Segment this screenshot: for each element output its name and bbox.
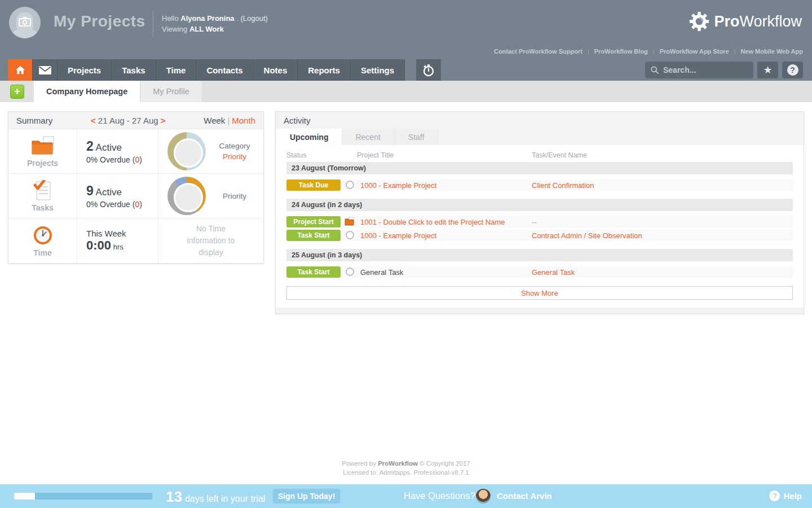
tasks-priority-donut[interactable] [167, 177, 206, 215]
time-clock-icon [32, 224, 54, 247]
nav-tab-settings[interactable]: Settings [351, 59, 405, 81]
summary-row-projects: Projects 2 Active 0% Overdue (0) Categor… [8, 129, 263, 174]
nav-tab-notes[interactable]: Notes [254, 59, 298, 81]
logout-link[interactable]: (Logout) [240, 14, 267, 23]
projects-folder-icon [30, 135, 56, 157]
logo-text-bold: Pro [714, 13, 739, 30]
favorites-button[interactable]: ★ [757, 62, 778, 78]
activity-row: Task Due 1000 - Example Project Client C… [286, 179, 793, 191]
search-input[interactable] [663, 65, 748, 75]
nav-tab-tasks[interactable]: Tasks [112, 59, 156, 81]
task-empty-value: -- [532, 218, 537, 226]
activity-row: Project Start 1001 - Double Click to edi… [286, 216, 793, 227]
search-icon [651, 65, 659, 75]
nav-tab-timer[interactable] [416, 59, 441, 81]
task-link[interactable]: General Task [532, 268, 575, 277]
nav-tab-time[interactable]: Time [156, 59, 197, 81]
user-avatar[interactable] [9, 7, 41, 38]
activity-date-bar: 23 August (Tomorrow) [286, 162, 793, 174]
week-toggle[interactable]: Week [204, 116, 225, 125]
home-icon [15, 65, 26, 75]
proworkflow-gear-icon [689, 11, 709, 32]
task-link[interactable]: Contract Admin / Site Observation [532, 231, 642, 240]
status-badge-task-due[interactable]: Task Due [286, 179, 341, 191]
time-label: Time [33, 248, 51, 257]
tab-recent[interactable]: Recent [342, 129, 394, 145]
search-box[interactable] [645, 62, 753, 78]
activity-tabs: Upcoming Recent Staff [276, 129, 804, 145]
stopwatch-icon [422, 63, 435, 77]
project-link[interactable]: 1000 - Example Project [360, 231, 436, 240]
date-prev-button[interactable]: < [91, 116, 96, 125]
date-range-nav: < 21 Aug - 27 Aug > [91, 116, 166, 125]
plus-icon: + [14, 86, 20, 97]
nav-tab-projects[interactable]: Projects [58, 59, 112, 81]
date-next-button[interactable]: > [161, 116, 166, 125]
week-month-toggle: Week|Month [204, 116, 255, 125]
tasks-chart-cell: Priority [158, 174, 263, 218]
greeting-dot: . [236, 14, 239, 23]
projects-icon-cell[interactable]: Projects [8, 129, 77, 173]
time-period: This Week [86, 229, 158, 238]
project-plain-text: General Task [360, 268, 403, 277]
signup-button[interactable]: Sign Up Today! [273, 489, 340, 503]
header-links: Contact ProWorkflow Support|ProWorkflow … [494, 48, 803, 55]
trial-progress-bar[interactable] [14, 493, 152, 500]
link-contact-support[interactable]: Contact ProWorkflow Support [494, 48, 582, 55]
priority-chart-link[interactable]: Priority [206, 151, 263, 162]
summary-body: Projects 2 Active 0% Overdue (0) Categor… [8, 129, 263, 263]
task-link[interactable]: Client Confirmation [532, 181, 594, 190]
greeting-hello: Hello [162, 14, 179, 23]
projects-category-donut[interactable] [167, 132, 206, 170]
footer-brand: ProWorkflow [378, 460, 418, 467]
status-circle-icon [346, 231, 354, 239]
navbar-right-controls: ★ ? [645, 62, 803, 78]
status-badge-project-start[interactable]: Project Start [286, 216, 341, 227]
nav-tab-reports[interactable]: Reports [298, 59, 351, 81]
category-chart-label: Category [206, 141, 263, 151]
activity-title: Activity [284, 116, 311, 125]
summary-row-time: Time This Week 0:00 hrs No Time informat… [8, 218, 263, 263]
tab-company-homepage[interactable]: Company Homepage [34, 81, 140, 102]
projects-chart-cell: Category Priority [158, 129, 263, 173]
greeting-block: Hello Alyona Pronina . (Logout) Viewing … [162, 13, 268, 34]
help-button[interactable]: ? [782, 62, 803, 78]
help-circle-icon: ? [769, 491, 780, 501]
viewing-value: ALL Work [189, 25, 224, 33]
logo-text-light: Workflow [739, 13, 802, 30]
trial-progress-fill [14, 493, 35, 500]
link-blog[interactable]: ProWorkflow Blog [594, 48, 648, 55]
link-mobile-web-app[interactable]: New Mobile Web App [740, 48, 803, 55]
summary-panel: Summary < 21 Aug - 27 Aug > Week|Month [8, 111, 264, 264]
projects-overdue-count: 0 [135, 155, 139, 164]
nav-tab-home[interactable] [8, 59, 33, 81]
support-contact-avatar[interactable] [476, 489, 491, 503]
time-icon-cell[interactable]: Time [8, 218, 77, 263]
add-tab-button[interactable]: + [10, 85, 24, 99]
tasks-checklist-icon [32, 180, 54, 202]
trial-help-button[interactable]: ? Help [769, 491, 802, 501]
time-chart-cell: No Time information to display [158, 218, 263, 263]
nav-tab-messages[interactable] [33, 59, 58, 81]
link-app-store[interactable]: ProWorkflow App Store [660, 48, 729, 55]
project-link[interactable]: 1001 - Double Click to edit the Project … [360, 218, 505, 226]
projects-label: Projects [27, 159, 58, 168]
col-task-event-name: Task/Event Name [532, 151, 587, 159]
show-more-button[interactable]: Show More [286, 286, 793, 300]
project-folder-icon [345, 217, 355, 226]
projects-stats-cell: 2 Active 0% Overdue (0) [77, 129, 158, 173]
tab-staff[interactable]: Staff [395, 129, 439, 145]
month-toggle[interactable]: Month [232, 116, 255, 125]
proworkflow-logo: ProWorkflow [689, 11, 802, 32]
activity-row: Task Start 1000 - Example Project Contra… [286, 230, 793, 241]
project-link[interactable]: 1000 - Example Project [360, 181, 436, 190]
status-circle-icon [346, 268, 354, 276]
contact-arvin-link[interactable]: Contact Arvin [497, 491, 552, 501]
tasks-icon-cell[interactable]: Tasks [8, 174, 77, 218]
time-stats-cell: This Week 0:00 hrs [77, 218, 158, 263]
nav-tab-contacts[interactable]: Contacts [196, 59, 253, 81]
status-badge-task-start[interactable]: Task Start [286, 230, 341, 241]
status-badge-task-start[interactable]: Task Start [286, 266, 341, 278]
tab-upcoming[interactable]: Upcoming [276, 129, 342, 145]
tab-my-profile[interactable]: My Profile [140, 81, 202, 102]
